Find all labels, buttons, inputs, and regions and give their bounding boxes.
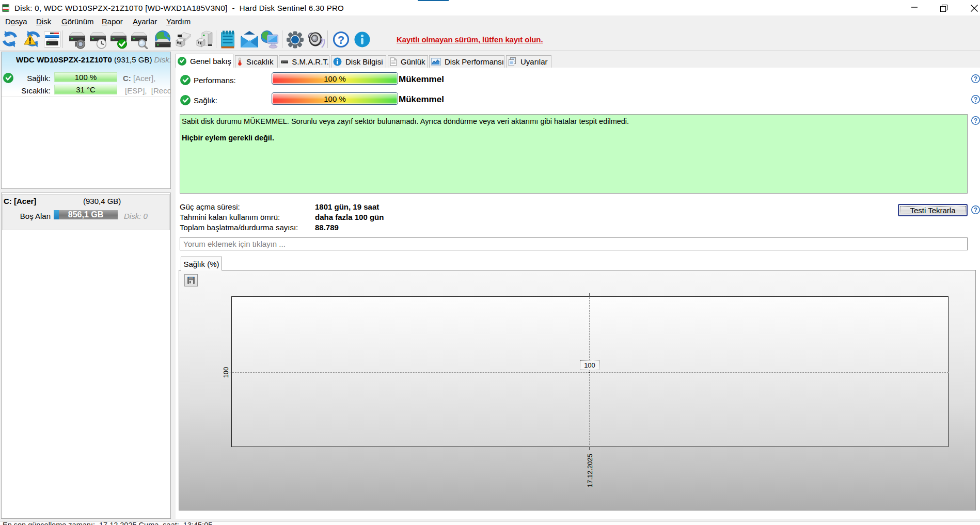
svg-text:?: ? xyxy=(974,96,977,103)
svg-text:?: ? xyxy=(974,75,977,83)
svg-text:?: ? xyxy=(974,117,977,124)
svg-text:?: ? xyxy=(974,206,977,214)
svg-text:?: ? xyxy=(338,34,344,46)
